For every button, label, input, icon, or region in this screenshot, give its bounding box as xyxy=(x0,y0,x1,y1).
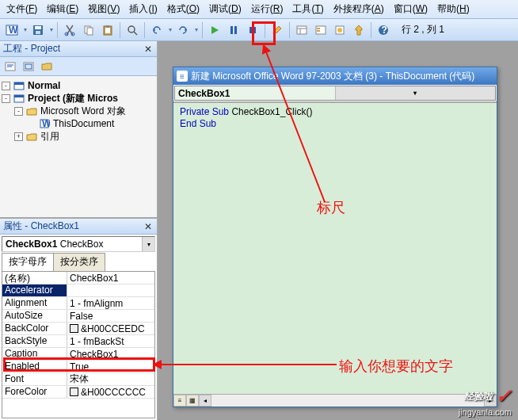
help-button[interactable]: ? xyxy=(375,21,392,39)
close-icon[interactable]: ✕ xyxy=(143,221,154,232)
property-value[interactable]: CheckBox1 xyxy=(67,348,154,360)
tree-node[interactable]: -Normal xyxy=(2,79,155,92)
property-row[interactable]: Alignment1 - fmAlignm xyxy=(2,297,154,310)
property-row[interactable]: (名称)CheckBox1 xyxy=(2,272,154,284)
property-value[interactable]: &H00CCEEDC xyxy=(67,323,154,334)
object-browser-button[interactable] xyxy=(331,21,349,39)
cut-button[interactable] xyxy=(61,21,78,39)
watermark-title: 经验啦✓ xyxy=(459,385,512,407)
property-name: Alignment xyxy=(2,297,67,309)
property-row[interactable]: Accelerator xyxy=(2,284,154,297)
project-tree[interactable]: -Normal-Project (新建 Micros-Microsoft Wor… xyxy=(0,76,157,219)
dropdown-arrow-icon[interactable]: ▾ xyxy=(193,21,199,39)
tree-label: 引用 xyxy=(40,130,59,143)
stop-button[interactable] xyxy=(244,21,261,39)
property-value[interactable]: 1 - fmBackSt xyxy=(67,335,154,347)
menu-o[interactable]: 格式(O) xyxy=(162,1,204,17)
tab-alphabetic[interactable]: 按字母序 xyxy=(2,253,54,271)
tree-toggle[interactable]: - xyxy=(2,94,10,103)
scroll-track[interactable] xyxy=(211,395,484,407)
menu-h[interactable]: 帮助(H) xyxy=(432,1,474,17)
property-grid[interactable]: (名称)CheckBox1AcceleratorAlignment1 - fmA… xyxy=(2,271,155,418)
object-selector[interactable]: CheckBox1 CheckBox ▾ xyxy=(2,236,155,252)
view-code-button[interactable] xyxy=(2,58,19,75)
svg-rect-8 xyxy=(87,28,93,35)
menu-i[interactable]: 插入(I) xyxy=(124,1,162,17)
property-row[interactable]: AutoSizeFalse xyxy=(2,310,154,323)
menu-d[interactable]: 调试(D) xyxy=(204,1,246,17)
code-window-titlebar[interactable]: ≡ 新建 Microsoft Office Word 97-2003 文档 (3… xyxy=(173,67,497,85)
code-line: Private Sub CheckBox1_Click() xyxy=(180,106,490,118)
dropdown-arrow-icon[interactable]: ▾ xyxy=(335,86,496,100)
redo-button[interactable] xyxy=(174,21,192,39)
menu-e[interactable]: 编辑(E) xyxy=(42,1,83,17)
dropdown-arrow-icon[interactable]: ▾ xyxy=(167,21,173,39)
property-name: (名称) xyxy=(2,272,67,284)
close-icon[interactable]: ✕ xyxy=(143,44,154,55)
tree-toggle[interactable]: - xyxy=(14,107,23,116)
view-object-button[interactable] xyxy=(20,58,37,75)
menu-v[interactable]: 视图(V) xyxy=(83,1,124,17)
run-button[interactable] xyxy=(206,21,223,39)
paste-button[interactable] xyxy=(99,21,116,39)
menu-r[interactable]: 运行(R) xyxy=(246,1,288,17)
property-name: ForeColor xyxy=(2,386,67,398)
copy-button[interactable] xyxy=(80,21,97,39)
property-tabs: 按字母序按分类序 xyxy=(0,254,157,271)
folder-icon xyxy=(25,131,38,142)
property-row[interactable]: ForeColor&H00CCCCCC xyxy=(2,386,154,399)
menu-w[interactable]: 窗口(W) xyxy=(389,1,432,17)
tree-toggle[interactable]: - xyxy=(2,82,10,90)
full-module-view-button[interactable]: ▦ xyxy=(186,395,199,407)
code-editor[interactable]: Private Sub CheckBox1_Click()End Sub xyxy=(173,102,497,394)
property-row[interactable]: CaptionCheckBox1 xyxy=(2,348,154,361)
property-value[interactable] xyxy=(67,284,154,296)
property-value[interactable]: True xyxy=(67,361,154,372)
procedure-view-button[interactable]: ≡ xyxy=(173,395,186,407)
property-value[interactable]: 1 - fmAlignm xyxy=(67,297,154,309)
property-value[interactable]: False xyxy=(67,310,154,322)
object-dropdown[interactable]: CheckBox1 ▾ xyxy=(174,86,496,101)
svg-rect-22 xyxy=(317,30,320,32)
code-line: End Sub xyxy=(180,118,490,130)
toolbox-button[interactable] xyxy=(350,21,368,39)
tree-toggle[interactable]: + xyxy=(14,132,23,141)
undo-button[interactable] xyxy=(148,21,166,39)
tree-node[interactable]: +引用 xyxy=(2,130,155,143)
scroll-left-button[interactable]: ◂ xyxy=(199,395,211,407)
tree-node[interactable]: WThisDocument xyxy=(2,117,155,130)
property-row[interactable]: EnabledTrue xyxy=(2,361,154,373)
tree-node[interactable]: -Microsoft Word 对象 xyxy=(2,105,155,117)
checkmark-icon: ✓ xyxy=(496,385,512,407)
dropdown-arrow-icon[interactable]: ▾ xyxy=(22,21,28,39)
menu-t[interactable]: 工具(T) xyxy=(288,1,328,17)
tree-node[interactable]: -Project (新建 Micros xyxy=(2,92,155,105)
property-row[interactable]: Font宋体 xyxy=(2,373,154,386)
property-value[interactable]: &H00CCCCCC xyxy=(67,386,154,398)
property-row[interactable]: BackColor&H00CCEEDC xyxy=(2,323,154,335)
property-name: Font xyxy=(2,373,67,385)
separator xyxy=(57,22,58,38)
find-button[interactable] xyxy=(124,21,141,39)
property-value[interactable]: CheckBox1 xyxy=(67,272,154,284)
word-icon[interactable]: W xyxy=(3,21,21,39)
menu-a[interactable]: 外接程序(A) xyxy=(329,1,389,17)
property-row[interactable]: BackStyle1 - fmBackSt xyxy=(2,335,154,348)
toggle-folders-button[interactable] xyxy=(38,58,55,75)
properties-button[interactable] xyxy=(312,21,329,39)
property-name: BackStyle xyxy=(2,335,67,347)
watermark-sub: jingyanla.com xyxy=(459,407,512,417)
save-button[interactable] xyxy=(29,21,47,39)
dropdown-arrow-icon[interactable]: ▾ xyxy=(48,21,54,39)
folder-icon xyxy=(25,105,38,116)
svg-rect-4 xyxy=(36,31,40,34)
break-button[interactable] xyxy=(225,21,242,39)
dropdown-arrow-icon[interactable]: ▾ xyxy=(142,237,154,251)
project-explorer-button[interactable] xyxy=(293,21,310,39)
tab-categorized[interactable]: 按分类序 xyxy=(53,253,105,271)
property-value[interactable]: 宋体 xyxy=(67,373,154,385)
menu-f[interactable]: 文件(F) xyxy=(2,1,42,17)
design-mode-button[interactable] xyxy=(269,21,286,39)
cursor-position: 行 2 , 列 1 xyxy=(402,23,444,36)
separator xyxy=(120,22,120,38)
